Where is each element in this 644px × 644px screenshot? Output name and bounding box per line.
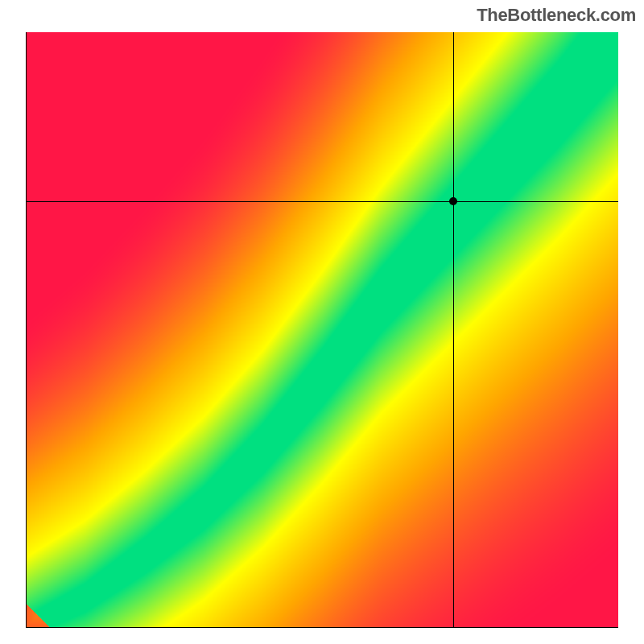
axis-left-line	[26, 32, 27, 628]
heatmap-canvas	[26, 32, 618, 628]
watermark-text: TheBottleneck.com	[477, 5, 636, 26]
axis-bottom-line	[26, 627, 618, 628]
chart-container: TheBottleneck.com	[0, 0, 644, 644]
crosshair-horizontal	[26, 201, 618, 202]
plot-area	[26, 32, 618, 628]
crosshair-vertical	[453, 32, 454, 628]
